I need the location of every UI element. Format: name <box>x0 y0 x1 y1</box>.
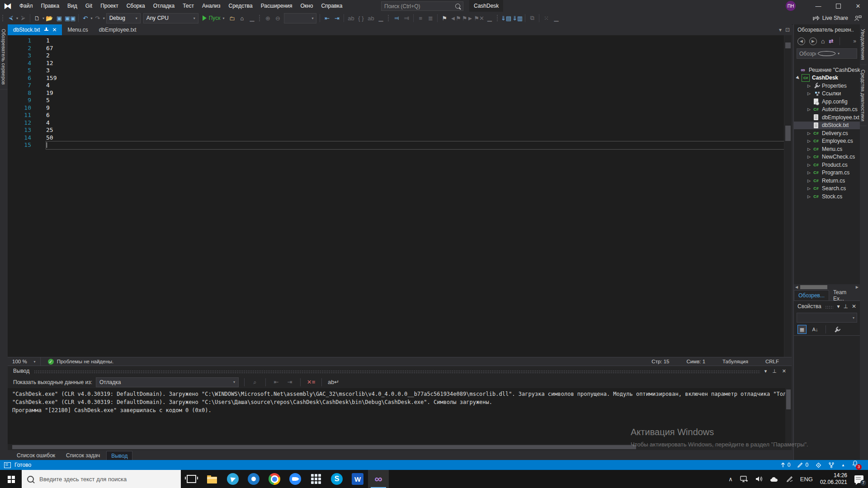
tab-indicator[interactable]: Табуляция <box>722 359 748 364</box>
categorized-icon[interactable]: ▦ <box>797 325 807 334</box>
code-line[interactable]: 14 50 <box>8 134 784 142</box>
grid-app-button[interactable] <box>306 470 326 488</box>
properties-object-select[interactable]: ▾ <box>797 313 857 323</box>
panel-dropdown-icon[interactable]: ▾ <box>837 303 840 310</box>
expander-icon[interactable] <box>806 186 812 191</box>
live-share-button[interactable]: Live Share <box>822 15 848 21</box>
expander-icon[interactable] <box>806 178 812 183</box>
save-all-icon[interactable]: ▣▣ <box>64 13 76 23</box>
panel-tab[interactable]: Список ошибок <box>12 451 60 460</box>
blue-app-button[interactable] <box>243 470 264 488</box>
dock-tab[interactable]: Team Ex... <box>829 290 860 300</box>
code-line[interactable]: 1 1 <box>8 37 784 45</box>
solution-platform-select[interactable]: Any CPU▾ <box>143 13 198 23</box>
tree-item[interactable]: Stock.cs <box>794 192 860 201</box>
code-line[interactable]: 15 <box>8 141 784 149</box>
code-line[interactable]: 3 2 <box>8 52 784 60</box>
comment-icon[interactable]: ab <box>366 13 376 23</box>
repository-icon[interactable] <box>816 462 821 468</box>
back-icon[interactable]: ◀ <box>797 38 805 45</box>
vertical-tab[interactable]: Средства диагностики <box>859 65 867 126</box>
telegram-button[interactable] <box>222 470 243 488</box>
next-bookmark-icon[interactable]: ⚑► <box>462 13 474 23</box>
tree-item[interactable]: Autorization.cs <box>794 106 860 114</box>
panel-tab[interactable]: Список задач <box>61 451 104 460</box>
tree-item[interactable]: Menu.cs <box>794 145 860 153</box>
server-explorer-vertical-tab[interactable]: Обозреватель серверов <box>0 24 7 89</box>
output-horizontal-scrollbar[interactable] <box>8 444 792 450</box>
editor-tab[interactable]: Menu.cs <box>62 24 93 35</box>
zoom-select[interactable]: ▾ <box>284 13 316 23</box>
switch-views-icon[interactable]: ⇄ <box>829 38 833 44</box>
editor-vertical-scrollbar[interactable] <box>784 35 792 357</box>
file-explorer-button[interactable] <box>202 470 222 488</box>
panel-tab[interactable]: Вывод <box>106 451 132 460</box>
code-area[interactable]: 1 1 2 67 3 2 4 12 <box>8 35 784 357</box>
tree-item[interactable]: App.config <box>794 98 860 106</box>
code-line[interactable]: 11 6 <box>8 112 784 119</box>
menu-item[interactable]: Расширения <box>257 0 297 12</box>
editor-zoom-select[interactable]: 100 % ▾ <box>8 357 41 366</box>
tree-item[interactable]: Properties <box>794 82 860 90</box>
close-tab-icon[interactable]: ✕ <box>52 27 57 33</box>
panel-dropdown-icon[interactable]: ▾ <box>764 368 767 374</box>
editor-tab[interactable]: dbStock.txt ✕ <box>8 24 62 35</box>
menu-item[interactable]: Git <box>81 0 96 12</box>
menu-item[interactable]: Анализ <box>198 0 225 12</box>
box-arrow-icon[interactable]: ⧉ <box>527 13 537 23</box>
expander-icon[interactable] <box>795 75 802 80</box>
solution-configuration-select[interactable]: Debug▾ <box>106 13 141 23</box>
output-source-select[interactable]: Отладка ▾ <box>96 377 239 387</box>
action-center-button[interactable]: 7 <box>854 475 863 483</box>
code-line[interactable]: 5 3 <box>8 67 784 75</box>
line-up-icon[interactable]: ≡ <box>415 13 425 23</box>
background-tasks-icon[interactable] <box>4 462 11 468</box>
expander-icon[interactable] <box>806 155 812 159</box>
output-vertical-scrollbar[interactable] <box>785 388 792 444</box>
eol-indicator[interactable]: CRLF <box>765 359 779 364</box>
panel-pin-icon[interactable]: ⊥ <box>772 368 777 374</box>
code-line[interactable]: 6 159 <box>8 75 784 82</box>
expander-icon[interactable] <box>806 170 812 175</box>
line-indicator[interactable]: Стр: 15 <box>651 359 669 364</box>
expander-icon[interactable] <box>806 131 812 136</box>
char-indicator[interactable]: Симв: 1 <box>687 359 706 364</box>
indent-icon[interactable]: ⫤ <box>392 13 401 23</box>
start-button[interactable] <box>0 470 22 488</box>
minimize-button[interactable]: — <box>808 0 828 12</box>
tree-item[interactable]: Решение "CashDesk" <box>794 66 860 74</box>
clear-all-icon[interactable]: ✕≡ <box>306 377 316 387</box>
start-debugging-button[interactable]: Пуск ▾ <box>203 15 225 21</box>
grid-dots-icon[interactable]: ⁙ <box>541 13 551 23</box>
property-pages-icon[interactable] <box>832 325 840 333</box>
volume-icon[interactable] <box>755 476 763 482</box>
solution-explorer-hscrollbar[interactable]: ◀ ▶ <box>794 284 860 290</box>
alphabetical-icon[interactable]: A↓ <box>811 325 819 333</box>
panel-pin-icon[interactable]: ⊥ <box>843 303 848 310</box>
panel-close-icon[interactable]: ✕ <box>782 368 786 374</box>
caret-up-icon[interactable]: ▲ <box>841 463 845 467</box>
restore-button[interactable] <box>828 0 848 12</box>
word-wrap-icon[interactable]: ab↵ <box>327 377 340 387</box>
quick-search-box[interactable]: Поиск (Ctrl+Q) <box>381 1 463 11</box>
menu-item[interactable]: Средства <box>225 0 257 12</box>
tray-expand-icon[interactable]: ∧ <box>728 476 733 483</box>
expander-icon[interactable] <box>806 84 812 88</box>
code-line[interactable]: 13 25 <box>8 127 784 134</box>
code-line[interactable]: 2 67 <box>8 45 784 52</box>
expander-icon[interactable] <box>806 107 812 112</box>
skype-button[interactable]: S <box>326 470 347 488</box>
redo-icon[interactable]: ↷ <box>93 13 103 23</box>
output-text-area[interactable]: "CashDesk.exe" (CLR v4.0.30319: DefaultD… <box>8 388 792 444</box>
menu-item[interactable]: Отладка <box>149 0 179 12</box>
save-icon[interactable]: ▣ <box>54 13 64 23</box>
tree-item[interactable]: Return.cs <box>794 177 860 185</box>
feedback-icon[interactable] <box>854 15 862 21</box>
export-settings-icon[interactable]: ⇓▥ <box>512 13 523 23</box>
toolbar-grip[interactable] <box>2 14 4 22</box>
branch-icon[interactable] <box>829 462 834 468</box>
language-indicator[interactable]: ENG <box>800 476 813 483</box>
outdent-icon[interactable]: ⫥ <box>401 13 411 23</box>
user-avatar[interactable]: ПН <box>786 1 796 11</box>
expander-icon[interactable] <box>806 147 812 151</box>
